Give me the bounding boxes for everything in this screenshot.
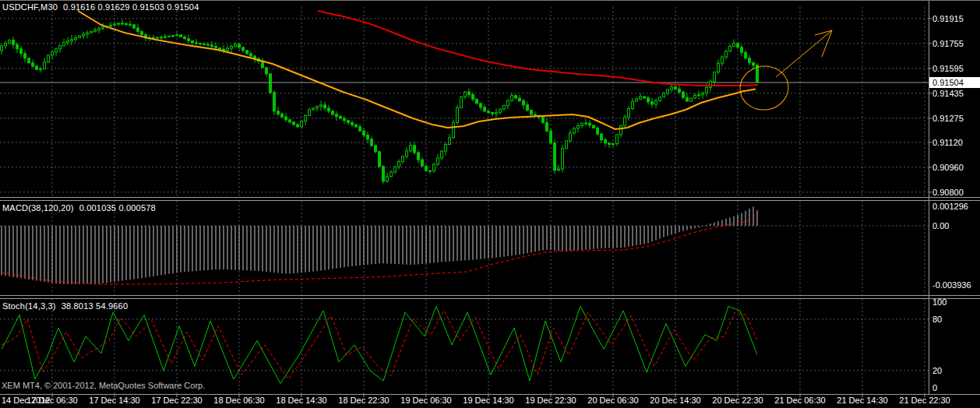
candle-body [492, 112, 494, 114]
macd-values: 0.001035 0.000578 [79, 203, 156, 213]
candle-body [363, 131, 365, 135]
candle-body [694, 96, 696, 98]
candle-body [168, 36, 171, 37]
price-axis-label: 0.90960 [932, 163, 964, 172]
candle-body [110, 25, 112, 26]
candle-body [515, 96, 517, 98]
candle-body [554, 143, 556, 171]
candle-body [281, 114, 284, 117]
candle-body [176, 35, 178, 36]
candle-body [118, 23, 120, 24]
candle-body [16, 44, 19, 49]
candle-body [753, 63, 755, 65]
price-axis-label: 0.91595 [932, 64, 964, 73]
candle-body [203, 44, 206, 44]
candle-body [421, 160, 424, 166]
candle-body [129, 24, 132, 25]
candle-body [207, 44, 210, 45]
time-axis-label: 21 Dec 22:30 [887, 396, 962, 405]
candle-body [550, 131, 552, 143]
candle-body [262, 62, 264, 68]
candle-body [98, 29, 100, 30]
price-axis-label: 0.91120 [932, 138, 963, 147]
candle-body [651, 102, 654, 104]
candle-body [355, 125, 358, 127]
stoch-name-label: Stoch(14,3,3) [2, 301, 56, 311]
candle-body [285, 117, 287, 120]
candle-body [581, 123, 583, 125]
candle-body [476, 99, 478, 104]
candle-body [75, 37, 77, 39]
candle-body [320, 105, 323, 107]
candle-body [585, 123, 587, 124]
candle-body [1, 46, 3, 51]
candle-body [527, 105, 529, 111]
candle-body [464, 92, 467, 97]
candle-body [671, 86, 673, 89]
candle-body [562, 149, 564, 169]
candle-body [379, 152, 381, 167]
candle-body [24, 54, 26, 58]
candle-body [690, 98, 693, 101]
price-axis[interactable]: 0.919150.917550.915950.914350.912750.911… [929, 1, 980, 394]
panel-splitter-stoch[interactable] [0, 295, 980, 299]
candle-body [122, 23, 124, 24]
candle-body [238, 44, 241, 47]
price-axis-label: 0.91435 [932, 89, 964, 98]
candle-body [102, 27, 104, 29]
candle-body [40, 69, 42, 69]
candle-body [499, 109, 502, 112]
candle-body [188, 39, 190, 41]
candle-body [737, 44, 739, 47]
panel-splitter-macd[interactable] [0, 197, 980, 201]
candle-body [301, 121, 303, 126]
copyright-text: XEM MT4, © 2001-2012, MetaQuotes Softwar… [2, 381, 205, 390]
candle-body [231, 46, 233, 48]
candle-body [523, 100, 525, 104]
candle-body [484, 107, 486, 111]
price-axis-label: 0.90800 [932, 188, 964, 197]
candle-body [569, 133, 572, 141]
candle-body [425, 166, 428, 171]
candle-body [250, 54, 252, 56]
annotation-arrow [776, 30, 832, 77]
candle-body [573, 128, 576, 133]
candle-body [449, 138, 451, 145]
symbol-period-label: USDCHF,M30 [2, 2, 58, 12]
candle-body [643, 97, 646, 98]
candle-body [219, 47, 221, 49]
candle-body [733, 44, 735, 47]
candle-body [402, 157, 404, 162]
candle-body [546, 122, 548, 131]
candle-body [745, 52, 747, 58]
candle-body [336, 114, 338, 117]
stoch-axis-label: 80 [932, 315, 942, 324]
time-axis[interactable]: 14 Dec 201217 Dec 06:3017 Dec 14:3017 De… [0, 396, 980, 408]
candle-body [215, 47, 217, 48]
price-axis-label: 0.91275 [932, 114, 964, 123]
ma-slow-line [318, 11, 758, 86]
candle-body [721, 57, 724, 63]
candle-body [445, 144, 447, 151]
candle-body [566, 141, 568, 149]
candle-body [612, 143, 615, 144]
candle-body [20, 49, 23, 54]
stoch-values: 38.8013 54.9660 [62, 301, 129, 311]
candle-body [624, 117, 626, 125]
candle-body [495, 112, 498, 114]
candle-body [472, 94, 474, 99]
macd-axis-label: 0.00 [932, 221, 949, 230]
candle-body [324, 105, 326, 108]
candle-body [386, 177, 389, 181]
candle-body [114, 24, 116, 25]
candle-body [433, 164, 435, 171]
macd-axis-label: -0.003936 [932, 280, 971, 290]
ohlc-values: 0.91616 0.91629 0.91503 0.91504 [63, 2, 199, 12]
candle-body [67, 41, 69, 43]
candle-body [308, 110, 311, 115]
candle-body [141, 31, 143, 34]
candle-body [725, 51, 728, 58]
candle-body [659, 97, 661, 101]
candle-body [531, 110, 533, 114]
stoch-title: Stoch(14,3,3)38.8013 54.9660 [2, 301, 128, 311]
